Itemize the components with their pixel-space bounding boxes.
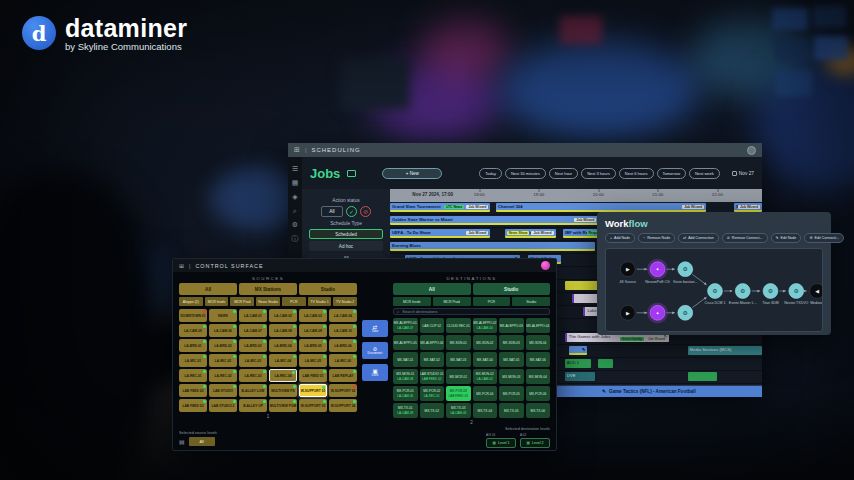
destination-button[interactable]: MX-PCR-04	[473, 386, 498, 401]
sources-page-indicator[interactable]: 1	[179, 414, 357, 419]
sources-filter-aleppo-2-[interactable]: Aleppo (2)	[179, 297, 203, 306]
source-button[interactable]: LA-MIC-06	[329, 354, 357, 367]
time-filter-pill[interactable]: Next 6 hours	[619, 168, 654, 179]
workflow-edit-connecti--button[interactable]: ⚙Edit Connecti...	[804, 233, 844, 243]
destinations-filter-studio[interactable]: Studio	[512, 297, 550, 306]
workflow-node-source[interactable]: ▶	[620, 305, 635, 320]
source-button[interactable]: LAB FEED 03	[179, 399, 207, 412]
destination-button[interactable]: LAB CLIP 02	[420, 318, 445, 333]
destination-button[interactable]: MX-TX-06	[526, 403, 551, 418]
source-button[interactable]: LA-CAM-03	[299, 309, 327, 322]
source-button[interactable]: W-SUPPORT 01	[299, 384, 327, 397]
sources-tab-all[interactable]: All	[179, 283, 237, 295]
job-bar[interactable]	[688, 372, 718, 381]
workflow-node-cisco-dcm-1[interactable]: ⚙Cisco DCM 1	[705, 284, 726, 306]
destination-button[interactable]: MX-SDN-03	[499, 335, 524, 350]
sources-tab-studio[interactable]: Studio	[299, 283, 357, 295]
job-bar[interactable]: AUD 1	[565, 359, 591, 368]
source-button[interactable]: W-SUPPORT 03	[299, 399, 327, 412]
destination-button[interactable]: LAB STUDIO 01LAB FEED 02	[420, 369, 445, 384]
destination-button[interactable]: MX-TX-01LA-CAM-09	[393, 403, 418, 418]
source-button[interactable]: W-SUPPORT 04	[329, 399, 357, 412]
apps-grid-icon[interactable]: ⊞	[294, 146, 301, 154]
source-button[interactable]: LAB STUDIO	[209, 384, 237, 397]
workflow-add-connection-button[interactable]: ⇄Add Connection	[678, 233, 719, 243]
destination-button[interactable]: CLOUD REC 01	[446, 318, 471, 333]
source-button[interactable]: LA-BRD-06	[329, 339, 357, 352]
user-avatar[interactable]	[747, 146, 756, 155]
source-button[interactable]: LAB FEED 01	[299, 369, 327, 382]
source-button[interactable]: LAB FEED 02	[179, 384, 207, 397]
job-bar[interactable]: Golden State Warrior vs Miami✎Job Wizard	[390, 216, 598, 225]
destination-button[interactable]: MX-PCR-02LA-REC-01	[420, 386, 445, 401]
source-button[interactable]: LA-MIC-03	[239, 354, 267, 367]
workflow-node-nevion-txdvo[interactable]: ⚙Nevion TXDVO	[784, 284, 808, 306]
source-button[interactable]: LA-CAM-04	[329, 309, 357, 322]
job-bar[interactable]: Sneak Peek✎Job Wizard	[734, 203, 762, 212]
destination-button[interactable]: MX-SDN-02	[473, 335, 498, 350]
workflow-remove-connect--button[interactable]: ⊘Remove Connect...	[722, 233, 768, 243]
workflow-remove-node-button[interactable]: −Remove Node	[638, 233, 675, 243]
destination-button[interactable]: MX-TX-05	[499, 403, 524, 418]
workflow-node-device[interactable]: ⚙	[678, 305, 693, 320]
source-button[interactable]: LA-BRD-02	[209, 339, 237, 352]
time-filter-pill[interactable]: Today	[479, 168, 502, 179]
source-button[interactable]: B-ALLEY UP	[239, 399, 267, 412]
destination-button[interactable]: MX-MCR-01	[446, 369, 471, 384]
date-checkbox[interactable]: Nov 27	[732, 171, 754, 176]
job-bar[interactable]: DVE	[565, 372, 595, 381]
destinations-tab-studio[interactable]: Studio	[473, 283, 551, 295]
workflow-node-4k-source[interactable]: ▶4K Source	[620, 262, 637, 284]
destination-button[interactable]: MX-MON-03	[499, 369, 524, 384]
source-button[interactable]: LA-BRD-03	[239, 339, 267, 352]
destination-button[interactable]: MX-ALEPPO-06	[420, 335, 445, 350]
source-button[interactable]: LA-CAM-10	[329, 324, 357, 337]
settings-icon[interactable]: ⚙	[292, 221, 298, 228]
source-button[interactable]: LA-CAM-06	[209, 324, 237, 337]
action-status-blocked-icon[interactable]: ⊘	[360, 206, 371, 217]
destinations-tab-all[interactable]: All	[393, 283, 471, 295]
destinations-filter-mcr-prod[interactable]: MCR Prod	[433, 297, 471, 306]
time-filter-pill[interactable]: Next week	[689, 168, 720, 179]
job-bar[interactable]: UEFA - To Do Show✎Job Wizard	[390, 229, 490, 238]
source-button[interactable]: LAB REPLAY	[329, 369, 357, 382]
destination-button[interactable]: MX-TX-02	[420, 403, 445, 418]
destination-button[interactable]: MX-ALEPPO-01LA-CAM-07	[393, 318, 418, 333]
job-bar[interactable]: Evening Blues	[390, 242, 595, 251]
workflow-node-mediator[interactable]: ◀Mediator	[810, 284, 822, 306]
time-filter-pill[interactable]: Tomorrow	[657, 168, 687, 179]
source-button[interactable]: LA-REC-04	[269, 369, 297, 382]
pencil-icon[interactable]: ✎	[582, 347, 586, 352]
source-button[interactable]: LA-CAM-09	[299, 324, 327, 337]
job-bar[interactable]	[598, 359, 613, 368]
info-icon[interactable]: ⓘ	[292, 235, 299, 242]
destination-button[interactable]: MX-ALEPPO-03	[499, 318, 524, 333]
workflow-node-titan-sdm[interactable]: ⚙Titan SDM	[762, 284, 779, 306]
destination-button[interactable]: MX-PCR-05	[499, 386, 524, 401]
destination-button[interactable]: MX-SAT-04	[473, 352, 498, 367]
source-button[interactable]: LA-BRD-05	[299, 339, 327, 352]
source-button[interactable]: MULTIVIEW FD	[269, 384, 297, 397]
destinations-filter-pcr[interactable]: PCR	[473, 297, 511, 306]
workflow-add-node-button[interactable]: +Add Node	[605, 233, 635, 243]
sources-filter-pcr[interactable]: PCR	[282, 297, 306, 306]
source-button[interactable]: B-ALLEY LOW	[239, 384, 267, 397]
job-bar[interactable]: Media Services (MCS)	[688, 346, 762, 355]
destinations-filter-mcr-feeds[interactable]: MCR feeds	[393, 297, 431, 306]
sources-filter-tv-studio-1[interactable]: TV Studio 1	[308, 297, 332, 306]
destination-button[interactable]: MX-MON-01LA-CAM-08	[393, 369, 418, 384]
bookmark-icon[interactable]: ◈	[292, 193, 297, 200]
workflow-node-kevin-bastian-[interactable]: ⚙Kevin bastian...	[673, 262, 697, 284]
lock-button[interactable]: ▣Lock	[362, 364, 388, 381]
disconnect-button[interactable]: ⊘Disconnect	[362, 342, 388, 359]
time-filter-pill[interactable]: Next 30 minutes	[505, 168, 546, 179]
destination-button[interactable]: MX-PCR-06	[526, 386, 551, 401]
apps-grid-icon[interactable]: ⊞	[179, 262, 185, 269]
destination-button[interactable]: MX-TX-04	[473, 403, 498, 418]
destination-button[interactable]: MX-SAT-03	[446, 352, 471, 367]
take-button[interactable]: ⇄Take	[362, 320, 388, 337]
checkbox-icon[interactable]	[732, 171, 737, 176]
new-job-button[interactable]: + New	[382, 168, 442, 179]
destination-search-input[interactable]: ⌕ Search destinations	[393, 308, 550, 315]
source-button[interactable]: W-SUPPORT 02	[329, 384, 357, 397]
